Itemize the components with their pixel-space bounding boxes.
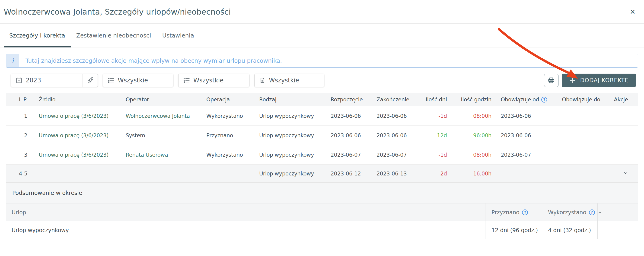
cell-type: Urlop wypoczynkowy	[259, 152, 330, 158]
year-filter-value-area[interactable]: 2023	[11, 74, 82, 87]
year-filter[interactable]: 2023	[11, 74, 98, 87]
cell-operator-link[interactable]: Renata Userowa	[126, 152, 206, 158]
corrections-table: L.P. Źródło Operator Operacja Rodzaj Roz…	[6, 93, 638, 183]
col-header-hours: Ilość godzin	[447, 97, 492, 103]
table-row: 1 Umowa o pracę (3/6/2023) Wolnoczerwcow…	[6, 106, 638, 126]
expand-group-button[interactable]	[610, 171, 638, 177]
cell-lp: 3	[6, 152, 32, 158]
col-header-days: Ilość dni	[410, 97, 447, 103]
cell-type: Urlop wypoczynkowy	[259, 113, 330, 119]
cell-lp: 2	[6, 132, 32, 138]
col-header-operation: Operacja	[206, 97, 259, 103]
help-icon[interactable]: ?	[541, 97, 547, 103]
table-row: 2 Umowa o pracę (3/6/2023) System Przyzn…	[6, 126, 638, 145]
info-banner: i Tutaj znajdziesz szczegółowe akcje maj…	[6, 54, 638, 68]
col-header-type: Rodzaj	[259, 97, 330, 103]
toolbar-actions: + DODAJ KOREKTĘ	[544, 74, 636, 87]
summary-cell-type: Urlop wypoczynkowy	[6, 221, 485, 239]
tab-ustawienia[interactable]: Ustawienia	[157, 24, 200, 47]
cell-type: Urlop wypoczynkowy	[259, 132, 330, 138]
page-title: Wolnoczerwcowa Jolanta, Szczegóły urlopó…	[4, 7, 231, 16]
operation-filter-value: Wszystkie	[193, 77, 224, 84]
col-header-lp: L.P.	[6, 97, 32, 103]
document-icon	[259, 77, 266, 84]
cell-days: -1d	[410, 113, 447, 119]
summary-cell-used: 4 dni (32 godz.)	[542, 221, 598, 239]
year-filter-value: 2023	[26, 77, 41, 84]
summary-cell-empty	[598, 221, 638, 239]
summary-col-used[interactable]: Wykorzystano ?	[542, 203, 598, 221]
info-icon: i	[6, 54, 19, 67]
cell-days: -1d	[410, 152, 447, 158]
cell-end: 2023-06-06	[376, 113, 410, 119]
help-icon[interactable]: ?	[589, 210, 595, 215]
help-icon[interactable]: ?	[522, 210, 528, 215]
cell-days: -2d	[410, 171, 447, 177]
cell-end: 2023-06-06	[376, 132, 410, 138]
add-correction-button[interactable]: + DODAJ KOREKTĘ	[562, 74, 636, 87]
modal-header: Wolnoczerwcowa Jolanta, Szczegóły urlopó…	[0, 0, 644, 24]
cell-operation: Wykorzystano	[206, 113, 259, 119]
tab-zestawienie-nieobecnosci[interactable]: Zestawienie nieobecności	[71, 24, 157, 47]
summary-section-title: Podsumowanie w okresie	[6, 183, 638, 203]
filter-toolbar: 2023 Wszystkie	[11, 74, 636, 87]
cell-operation: Przyznano	[206, 132, 259, 138]
close-icon: ×	[630, 7, 635, 17]
summary-cell-granted: 12 dni (96 godz.)	[485, 221, 542, 239]
list-icon	[183, 77, 190, 84]
summary-col-type: Urlop	[6, 203, 485, 221]
cell-valid-from: 2023-06-06	[492, 113, 556, 119]
cell-start: 2023-06-06	[330, 132, 376, 138]
cell-type: Urlop wypoczynkowy	[259, 171, 330, 177]
chevron-down-icon	[623, 171, 628, 175]
cell-start: 2023-06-07	[330, 152, 376, 158]
summary-table: Urlop Przyznano ? Wykorzystano ? Urlop w…	[6, 203, 638, 239]
cell-days: 12d	[410, 132, 447, 138]
summary-col-granted[interactable]: Przyznano ?	[485, 203, 542, 221]
calendar-plus-icon	[16, 77, 22, 84]
print-button[interactable]	[544, 74, 558, 87]
info-banner-text: Tutaj znajdziesz szczegółowe akcje mając…	[19, 57, 282, 64]
cell-end: 2023-06-13	[376, 171, 410, 177]
col-header-valid-from: Obowiązuje od ?	[492, 97, 556, 103]
tab-bar: Szczegóły i korekta Zestawienie nieobecn…	[0, 24, 644, 47]
summary-header-row: Urlop Przyznano ? Wykorzystano ?	[6, 203, 638, 221]
tab-szczegoly-i-korekta[interactable]: Szczegóły i korekta	[4, 24, 71, 47]
col-header-operator: Operator	[126, 97, 206, 103]
cell-source-link[interactable]: Umowa o pracę (3/6/2023)	[32, 152, 126, 158]
cell-lp: 1	[6, 113, 32, 119]
add-correction-label: DODAJ KOREKTĘ	[580, 77, 628, 84]
summary-col-empty	[598, 203, 638, 221]
col-header-start: Rozpoczęcie	[330, 97, 376, 103]
summary-row: Urlop wypoczynkowy 12 dni (96 godz.) 4 d…	[6, 221, 638, 239]
cell-source-link[interactable]: Umowa o pracę (3/6/2023)	[32, 132, 126, 138]
operation-filter[interactable]: Wszystkie	[178, 74, 250, 87]
table-header-row: L.P. Źródło Operator Operacja Rodzaj Roz…	[6, 93, 638, 106]
col-header-valid-to: Obowiązuje do	[556, 97, 610, 103]
cell-start: 2023-06-06	[330, 113, 376, 119]
table-row: 3 Umowa o pracę (3/6/2023) Renata Userow…	[6, 145, 638, 165]
cell-start: 2023-06-12	[330, 171, 376, 177]
cell-operator: System	[126, 132, 206, 138]
source-filter-value: Wszystkie	[269, 77, 299, 84]
source-filter[interactable]: Wszystkie	[254, 74, 324, 87]
cell-hours: 16:00h	[447, 171, 492, 177]
table-row-grouped: 4-5 Urlop wypoczynkowy 2023-06-12 2023-0…	[6, 165, 638, 183]
cell-lp: 4-5	[6, 171, 32, 177]
cell-valid-from: 2023-06-07	[492, 152, 556, 158]
cell-hours: 96:00h	[447, 132, 492, 138]
rocket-icon	[87, 77, 94, 84]
cell-operation: Wykorzystano	[206, 152, 259, 158]
cell-source-link[interactable]: Umowa o pracę (3/6/2023)	[32, 113, 126, 119]
cell-hours: 08:00h	[447, 113, 492, 119]
list-icon	[108, 77, 114, 84]
printer-icon	[548, 77, 555, 84]
absence-type-filter[interactable]: Wszystkie	[103, 74, 174, 87]
close-button[interactable]: ×	[628, 6, 638, 17]
col-header-source: Źródło	[32, 97, 126, 103]
cell-operator-link[interactable]: Wolnoczerwcowa Jolanta	[126, 113, 206, 119]
cell-valid-from: 2023-06-06	[492, 132, 556, 138]
cell-end: 2023-06-07	[376, 152, 410, 158]
jump-to-current-button[interactable]	[83, 74, 98, 87]
absence-type-filter-value: Wszystkie	[118, 77, 148, 84]
